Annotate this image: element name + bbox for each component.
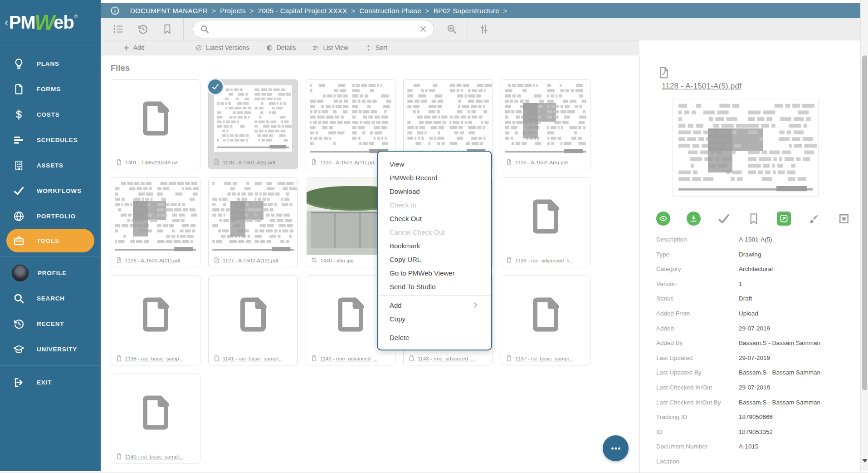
file-name-link[interactable]: 1130 - A-1501-A(11).pd... [320, 160, 378, 165]
breadcrumb-bar: DOCUMENT MANAGER > Projects > 2005 - Cap… [101, 3, 868, 18]
menu-item-pmweb-record[interactable]: PMWeb Record [378, 171, 491, 184]
menu-item-copy[interactable]: Copy [378, 312, 491, 325]
document-preview[interactable] [673, 99, 819, 196]
menu-divider [378, 328, 491, 328]
file-tile[interactable]: 1401 - 1485220348.rvt [111, 79, 200, 169]
sidebar-item-schedules[interactable]: SCHEDULES [0, 127, 101, 153]
file-name-link[interactable]: 1401 - 1485220348.rvt [125, 160, 178, 165]
file-icon [525, 294, 566, 335]
file-thumbnail [209, 178, 297, 255]
field-label: Type [656, 251, 739, 258]
search-input[interactable] [210, 25, 418, 33]
file-name-link[interactable]: 1138 - rac_basic_samp... [125, 356, 183, 361]
menu-item-send-to-studio[interactable]: Send To Studio [378, 280, 491, 293]
zoom-in-icon[interactable] [446, 23, 458, 35]
add-label: Add [133, 44, 145, 51]
file-tile[interactable]: 1125 - A-1502-A(5).pdf [501, 79, 590, 169]
file-tile[interactable]: 1140 - rst_basic_sampl... [111, 374, 200, 463]
view-icon[interactable] [656, 212, 670, 226]
sidebar-item-forms[interactable]: FORMS [0, 76, 101, 102]
clear-search-icon[interactable] [418, 24, 428, 34]
file-name-link[interactable]: 1141 - rac_basic_sampl... [223, 356, 282, 361]
file-thumbnail [209, 276, 297, 353]
menu-item-check-out[interactable]: Check Out [378, 212, 491, 225]
sidebar-item-plans[interactable]: PLANS [0, 51, 101, 76]
menu-item-download[interactable]: Download [378, 184, 491, 198]
menu-item-view[interactable]: View [378, 157, 491, 171]
numbered-list-icon[interactable] [112, 23, 124, 35]
sidebar-item-portfolio[interactable]: PORTFOLIO [0, 203, 101, 229]
more-options-button[interactable] [603, 435, 629, 461]
open-in-viewer-icon[interactable] [777, 212, 791, 226]
file-tile[interactable]: 1141 - rac_basic_sampl... [208, 276, 298, 365]
file-tile[interactable]: 1137 - rst_basic_sampl... [501, 276, 590, 365]
info-icon[interactable] [110, 5, 120, 16]
breadcrumb-phase[interactable]: Construction Phase [360, 7, 421, 15]
sidebar-item-profile[interactable]: PROFILE [0, 260, 101, 286]
file-name-link[interactable]: 1139 - rac_advanced_s... [515, 258, 574, 263]
pmweb-logo[interactable]: ‹ PM W eb ® [0, 0, 101, 45]
file-name-link[interactable]: 1142 - rme_advanced_... [320, 356, 378, 361]
file-icon [116, 159, 122, 166]
sidebar: ‹ PM W eb ® PLANS FORMS COSTS SCHEDULES [0, 0, 101, 471]
sidebar-collapse-icon[interactable]: ‹ [5, 15, 8, 30]
file-name-link[interactable]: 1127 - A-1502-A(12).pdf [223, 258, 278, 263]
menu-item-delete[interactable]: Delete [378, 330, 491, 344]
details-toggle[interactable]: Details [266, 44, 296, 52]
sidebar-item-recent[interactable]: RECENT [0, 311, 101, 336]
field-label: Added [656, 325, 739, 332]
sidebar-item-university[interactable]: UNIVERSITY [0, 336, 101, 362]
bookmark-icon[interactable] [161, 23, 173, 35]
scroll-down-arrow[interactable] [862, 459, 868, 463]
download-icon[interactable] [687, 212, 701, 226]
vertical-scrollbar[interactable] [860, 0, 868, 471]
sidebar-item-assets[interactable]: ASSETS [0, 153, 101, 178]
add-button[interactable]: Add [122, 44, 145, 52]
file-tile[interactable]: 1139 - rac_advanced_s... [501, 177, 590, 267]
filter-sliders-icon[interactable] [478, 23, 490, 35]
search-box [193, 20, 434, 38]
sidebar-item-exit[interactable]: EXIT [0, 370, 101, 395]
file-name-link[interactable]: 1137 - rst_basic_sampl... [515, 356, 573, 361]
sidebar-item-workflows[interactable]: WORKFLOWS [0, 178, 101, 203]
check-in-out-icon[interactable] [717, 212, 731, 226]
scrollbar-thumb[interactable] [862, 55, 867, 390]
file-name-link[interactable]: 1126 - A-1502-A(11).pdf [125, 258, 180, 263]
markup-brush-icon[interactable] [807, 212, 821, 226]
sidebar-item-search[interactable]: SEARCH [0, 286, 101, 311]
file-name-link[interactable]: 1143 - rme_advanced_... [418, 356, 475, 361]
assets-icon [13, 159, 25, 172]
file-tile[interactable]: 1138 - rac_basic_samp... [111, 276, 200, 365]
file-tile-selected[interactable]: 1128 - A-1501-A(5).pdf [208, 79, 298, 169]
file-name-link[interactable]: 1128 - A-1501-A(5).pdf [223, 160, 275, 165]
document-actions [656, 212, 851, 226]
sort-icon [365, 44, 372, 52]
latest-versions-toggle[interactable]: Latest Versions [195, 44, 249, 52]
file-name-link[interactable]: 1440 - ahu.jpg [320, 258, 354, 263]
bookmark-icon[interactable] [747, 212, 761, 226]
studio-frame-icon[interactable] [837, 212, 851, 226]
file-name-link[interactable]: 1140 - rst_basic_sampl... [125, 454, 183, 459]
file-tile[interactable]: 1127 - A-1502-A(12).pdf [208, 177, 298, 267]
file-tile[interactable]: 1126 - A-1502-A(11).pdf [111, 177, 200, 267]
sort-button[interactable]: Sort [365, 44, 387, 52]
file-icon [232, 294, 274, 335]
menu-item-bookmark[interactable]: Bookmark [378, 239, 491, 252]
file-name-link[interactable]: 1125 - A-1502-A(5).pdf [515, 160, 568, 165]
sidebar-item-tools[interactable]: TOOLS [6, 229, 94, 252]
menu-item-go-to-pmweb-viewer[interactable]: Go to PMWeb Viewer [378, 266, 491, 280]
list-view-button[interactable]: List View [312, 44, 348, 52]
breadcrumb-projects[interactable]: Projects [220, 7, 246, 15]
pdf-icon [311, 159, 317, 166]
menu-item-copy-url[interactable]: Copy URL [378, 252, 491, 266]
sidebar-item-costs[interactable]: COSTS [0, 102, 101, 127]
menu-item-add[interactable]: Add [378, 298, 491, 312]
history-icon[interactable] [137, 23, 149, 35]
document-title-link[interactable]: 1128 - A-1501-A(5).pdf [662, 82, 741, 91]
file-thumbnail [307, 80, 395, 157]
breadcrumb-project[interactable]: 2005 - Capital Project XXXX [258, 7, 347, 15]
breadcrumb-folder[interactable]: BP02 Superstructure [434, 7, 499, 15]
detail-row: Last Checked In/Out29-07-2019 [656, 384, 847, 399]
breadcrumb-document-manager[interactable]: DOCUMENT MANAGER [130, 7, 208, 15]
field-value: Bassam.S - Bassam Samman [739, 369, 847, 376]
